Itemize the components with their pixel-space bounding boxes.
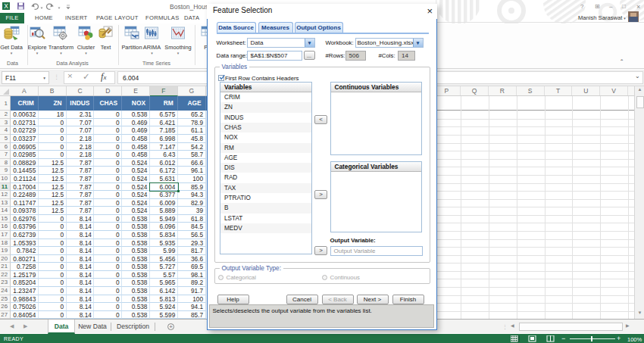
svg-text:X: X [4,2,8,10]
